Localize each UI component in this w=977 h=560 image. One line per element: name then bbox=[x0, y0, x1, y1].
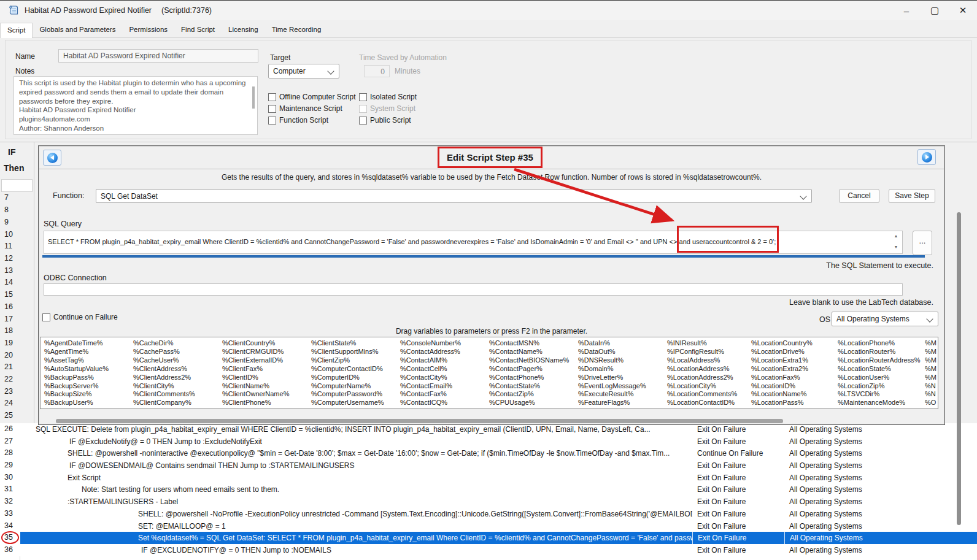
variable-item[interactable]: %ContactAddress% bbox=[400, 348, 461, 356]
variable-item[interactable]: %M bbox=[925, 365, 936, 374]
variable-item[interactable]: %LocationUser% bbox=[838, 374, 921, 382]
sql-query-input[interactable]: SELECT * FROM plugin_p4a_habitat_expiry_… bbox=[44, 231, 903, 254]
variable-item[interactable]: %LocationPass% bbox=[751, 399, 813, 407]
variable-item[interactable]: %ComputerContactID% bbox=[311, 365, 384, 374]
checkbox-maintenance-script[interactable]: Maintenance Script bbox=[268, 104, 356, 113]
variable-item[interactable]: %DataOut% bbox=[578, 348, 646, 356]
variable-item[interactable]: %BackupServer% bbox=[44, 382, 109, 391]
variable-item[interactable]: %ClientAddress2% bbox=[133, 374, 195, 382]
variable-item[interactable]: %LocationExtra1% bbox=[751, 356, 813, 365]
variable-item[interactable]: %INIResult% bbox=[667, 339, 737, 348]
variable-item[interactable]: %ContactPager% bbox=[489, 365, 569, 374]
variable-item[interactable]: %ContactICQ% bbox=[400, 399, 461, 407]
variable-item[interactable]: %DriveLetter% bbox=[578, 374, 646, 382]
minimize-button[interactable]: – bbox=[892, 1, 921, 20]
variable-item[interactable]: %AgentTime% bbox=[44, 348, 109, 356]
variable-item[interactable]: %M bbox=[925, 374, 936, 382]
variable-item[interactable]: %LocationFax% bbox=[751, 374, 813, 382]
variable-item[interactable]: %LocationZip% bbox=[838, 382, 921, 391]
variable-item[interactable]: %ConsoleNumber% bbox=[400, 339, 461, 348]
script-row[interactable]: 32:STARTEMAILINGUSERS - LabelExit On Fai… bbox=[0, 496, 977, 508]
checkbox-system-script[interactable]: System Script bbox=[359, 104, 417, 113]
variable-item[interactable]: %LocalAddress% bbox=[667, 356, 737, 365]
variable-item[interactable]: %LTSVCDir% bbox=[838, 390, 921, 399]
tab-licensing[interactable]: Licensing bbox=[222, 23, 265, 38]
variable-item[interactable]: %ClientID% bbox=[222, 374, 289, 382]
variable-item[interactable]: %MaintenanceMode% bbox=[838, 399, 921, 407]
variable-item[interactable]: %CachePass% bbox=[133, 348, 195, 356]
variable-item[interactable]: %ClientZip% bbox=[311, 356, 384, 365]
variable-item[interactable]: %ContactZip% bbox=[489, 390, 569, 399]
variable-item[interactable]: %N bbox=[925, 382, 936, 391]
checkbox-offline-computer-script[interactable]: Offline Computer Script bbox=[268, 93, 356, 101]
variable-item[interactable]: %N bbox=[925, 390, 936, 399]
variable-item[interactable]: %ContactNetBIOSName% bbox=[489, 356, 569, 365]
checkbox-public-script[interactable]: Public Script bbox=[359, 116, 417, 125]
save-step-button[interactable]: Save Step bbox=[889, 189, 935, 203]
variable-item[interactable]: %M bbox=[925, 356, 936, 365]
script-row[interactable]: 26SQL EXECUTE: Delete from plugin_p4a_ha… bbox=[0, 423, 977, 435]
variable-item[interactable]: %ContactName% bbox=[489, 348, 569, 356]
variable-item[interactable]: %LocationID% bbox=[751, 382, 813, 391]
scroll-down-icon[interactable]: ▼ bbox=[892, 244, 900, 250]
variable-item[interactable]: %EventLogMessage% bbox=[578, 382, 646, 391]
variable-item[interactable]: %LocationCity% bbox=[667, 382, 737, 391]
variable-item[interactable]: %LocationAddress% bbox=[667, 365, 737, 374]
previous-step-button[interactable] bbox=[43, 150, 61, 166]
variable-item[interactable]: %AgentDateTime% bbox=[44, 339, 109, 348]
variable-item[interactable]: %M bbox=[925, 348, 936, 356]
script-row[interactable]: 30Exit ScriptExit On FailureAll Operatin… bbox=[0, 472, 977, 484]
script-row[interactable]: 31Note: Start testing for users whom nee… bbox=[0, 483, 977, 496]
variable-item[interactable]: %ClientOwnerName% bbox=[222, 390, 289, 399]
tab-permissions[interactable]: Permissions bbox=[122, 23, 174, 38]
script-row[interactable]: 35Set %sqldataset% = SQL Get DataSet: SE… bbox=[0, 532, 977, 544]
variable-item[interactable]: %CPUUsage% bbox=[489, 399, 569, 407]
variable-item[interactable]: %Domain% bbox=[578, 365, 646, 374]
scroll-up-icon[interactable]: ▲ bbox=[892, 233, 900, 239]
title-bar[interactable]: Habitat AD Password Expired Notifier(Scr… bbox=[0, 1, 977, 20]
tab-globals-and-parameters[interactable]: Globals and Parameters bbox=[33, 23, 122, 38]
variable-item[interactable]: %ClientComments% bbox=[133, 390, 195, 399]
tab-find-script[interactable]: Find Script bbox=[174, 23, 222, 38]
notes-scrollbar[interactable] bbox=[252, 86, 255, 109]
variable-item[interactable]: %ExecuteResult% bbox=[578, 390, 646, 399]
variable-item[interactable]: %ClientCountry% bbox=[222, 339, 289, 348]
script-row[interactable]: 34SET: @EMAILLOOP@ = 1Exit On FailureAll… bbox=[0, 520, 977, 532]
variable-item[interactable]: %LocationAddress2% bbox=[667, 374, 737, 382]
variable-item[interactable]: %CacheDir% bbox=[133, 339, 195, 348]
variable-item[interactable]: %BackupPass% bbox=[44, 374, 109, 382]
variable-item[interactable]: %ClientFax% bbox=[222, 365, 289, 374]
variable-item[interactable]: %CacheUser% bbox=[133, 356, 195, 365]
variable-item[interactable]: %ComputerUsername% bbox=[311, 399, 384, 407]
time-saved-input[interactable]: 0 bbox=[364, 65, 390, 77]
script-row[interactable]: 27IF @ExcludeNotify@ = 0 THEN Jump to :E… bbox=[0, 435, 977, 448]
variable-item[interactable]: %O bbox=[925, 399, 936, 407]
script-name-input[interactable]: Habitat AD Password Expired Notifier bbox=[58, 49, 258, 63]
sql-expand-button[interactable]: ... bbox=[913, 231, 932, 255]
variable-item[interactable]: %AutoStartupValue% bbox=[44, 365, 109, 374]
variable-item[interactable]: %ComputerID% bbox=[311, 374, 384, 382]
variable-item[interactable]: %ContactAIM% bbox=[400, 356, 461, 365]
variable-item[interactable]: %LocationName% bbox=[751, 390, 813, 399]
variable-item[interactable]: %LocationState% bbox=[838, 365, 921, 374]
variable-item[interactable]: %DataIn% bbox=[578, 339, 646, 348]
variable-item[interactable]: %ClientCompany% bbox=[133, 399, 195, 407]
next-step-button[interactable] bbox=[917, 149, 936, 165]
checkbox-isolated-script[interactable]: Isolated Script bbox=[359, 93, 417, 101]
target-dropdown[interactable]: Computer bbox=[268, 64, 339, 79]
script-row[interactable]: 33SHELL: @powershell -NoProfile -Executi… bbox=[0, 508, 977, 520]
variable-item[interactable]: %ContactCity% bbox=[400, 374, 461, 382]
checkbox-function-script[interactable]: Function Script bbox=[268, 116, 356, 125]
variable-item[interactable]: %LocationDrive% bbox=[751, 348, 813, 356]
variable-item[interactable]: %ClientExternalID% bbox=[222, 356, 289, 365]
maximize-button[interactable]: ▢ bbox=[921, 1, 949, 20]
variable-item[interactable]: %ContactPhone% bbox=[489, 374, 569, 382]
script-row[interactable]: 29IF @DOWESENDMAIL@ Contains sendmail TH… bbox=[0, 459, 977, 472]
variable-item[interactable]: %BackupSize% bbox=[44, 390, 109, 399]
variable-item[interactable]: %LocationCountry% bbox=[751, 339, 813, 348]
variable-item[interactable]: %LocationExtra2% bbox=[751, 365, 813, 374]
variable-item[interactable]: %IPConfigResult% bbox=[667, 348, 737, 356]
script-row[interactable]: 28SHELL: @powershell -noninteractive @ex… bbox=[0, 447, 977, 459]
variable-item[interactable]: %ClientCRMGUID% bbox=[222, 348, 289, 356]
variable-item[interactable]: %LocationRouter% bbox=[838, 348, 921, 356]
